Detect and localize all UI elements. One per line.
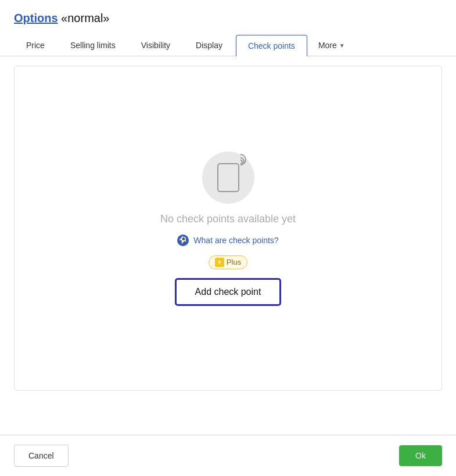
plus-icon: + (215, 258, 224, 267)
help-link[interactable]: ⚽ What are check points? (177, 235, 278, 246)
tab-visibility[interactable]: Visibility (129, 34, 182, 56)
empty-state-icon (202, 152, 254, 204)
ok-button[interactable]: Ok (399, 445, 442, 466)
plus-badge-label: Plus (227, 258, 241, 266)
content-box: No check points available yet ⚽ What are… (14, 66, 442, 391)
page-container: Options «normal» Price Selling limits Vi… (0, 0, 456, 476)
tab-check-points[interactable]: Check points (236, 35, 307, 56)
options-title-text: Options (14, 12, 58, 24)
help-link-text: What are check points? (193, 236, 278, 245)
tab-selling-limits[interactable]: Selling limits (58, 34, 128, 56)
main-content: No check points available yet ⚽ What are… (0, 56, 456, 435)
phone-icon (217, 163, 239, 192)
cancel-button[interactable]: Cancel (14, 445, 69, 467)
plus-badge: + Plus (209, 255, 247, 269)
tab-display[interactable]: Display (184, 34, 235, 56)
empty-state-text: No check points available yet (160, 213, 296, 225)
header: Options «normal» Price Selling limits Vi… (0, 0, 456, 56)
tabs-container: Price Selling limits Visibility Display … (14, 34, 442, 56)
footer: Cancel Ok (0, 435, 456, 476)
add-checkpoint-button[interactable]: Add check point (175, 279, 281, 305)
tab-more[interactable]: More ▼ (308, 34, 355, 56)
help-icon: ⚽ (177, 235, 189, 246)
page-title: Options «normal» (14, 12, 442, 25)
tab-more-label: More (318, 41, 337, 50)
title-suffix: «normal» (58, 12, 110, 24)
chevron-down-icon: ▼ (339, 42, 345, 49)
tab-price[interactable]: Price (14, 34, 57, 56)
